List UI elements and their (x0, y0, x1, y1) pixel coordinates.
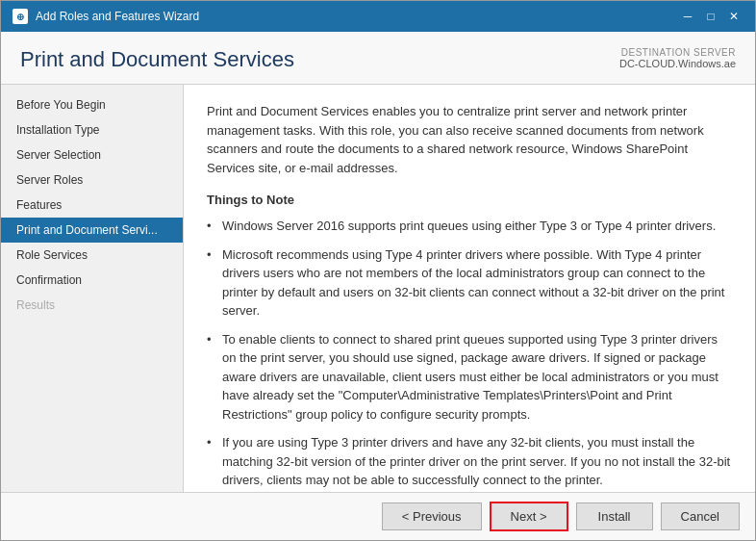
sidebar-item-server-roles[interactable]: Server Roles (1, 167, 183, 193)
sidebar-item-before-you-begin[interactable]: Before You Begin (1, 92, 183, 117)
things-to-note-heading: Things to Note (207, 193, 732, 207)
main-content: Print and Document Services enables you … (184, 85, 755, 492)
page-title: Print and Document Services (20, 47, 294, 72)
header-bar: Print and Document Services DESTINATION … (1, 32, 755, 85)
sidebar: Before You Begin Installation Type Serve… (1, 85, 184, 492)
bullet-item-3: To enable clients to connect to shared p… (207, 330, 732, 425)
close-button[interactable]: ✕ (724, 7, 743, 26)
intro-text: Print and Document Services enables you … (207, 102, 732, 177)
bullet-list: Windows Server 2016 supports print queue… (207, 217, 732, 490)
content-area: Before You Begin Installation Type Serve… (1, 85, 755, 492)
sidebar-item-print-document-services[interactable]: Print and Document Servi... (1, 218, 183, 243)
next-button[interactable]: Next > (490, 502, 568, 531)
title-bar-left: ⊕ Add Roles and Features Wizard (13, 9, 199, 24)
sidebar-item-installation-type[interactable]: Installation Type (1, 117, 183, 142)
bullet-item-1: Windows Server 2016 supports print queue… (207, 217, 732, 236)
previous-button[interactable]: < Previous (382, 502, 482, 530)
sidebar-item-results: Results (1, 293, 183, 318)
window-title: Add Roles and Features Wizard (36, 10, 199, 23)
sidebar-item-server-selection[interactable]: Server Selection (1, 142, 183, 167)
destination-label: DESTINATION SERVER (619, 47, 736, 58)
bullet-item-2: Microsoft recommends using Type 4 printe… (207, 245, 732, 321)
sidebar-item-role-services[interactable]: Role Services (1, 243, 183, 268)
wizard-icon: ⊕ (13, 9, 28, 24)
wizard-window: ⊕ Add Roles and Features Wizard ─ □ ✕ Pr… (0, 0, 756, 541)
sidebar-item-confirmation[interactable]: Confirmation (1, 268, 183, 293)
install-button[interactable]: Install (576, 502, 653, 530)
bullet-item-4: If you are using Type 3 printer drivers … (207, 433, 732, 490)
window-controls: ─ □ ✕ (678, 7, 743, 26)
footer: < Previous Next > Install Cancel (1, 492, 755, 540)
minimize-button[interactable]: ─ (678, 7, 697, 26)
destination-server-name: DC-CLOUD.Windows.ae (619, 58, 736, 69)
cancel-button[interactable]: Cancel (661, 502, 740, 530)
destination-server-info: DESTINATION SERVER DC-CLOUD.Windows.ae (619, 47, 736, 69)
sidebar-item-features[interactable]: Features (1, 193, 183, 218)
maximize-button[interactable]: □ (701, 7, 720, 26)
title-bar: ⊕ Add Roles and Features Wizard ─ □ ✕ (1, 1, 755, 32)
